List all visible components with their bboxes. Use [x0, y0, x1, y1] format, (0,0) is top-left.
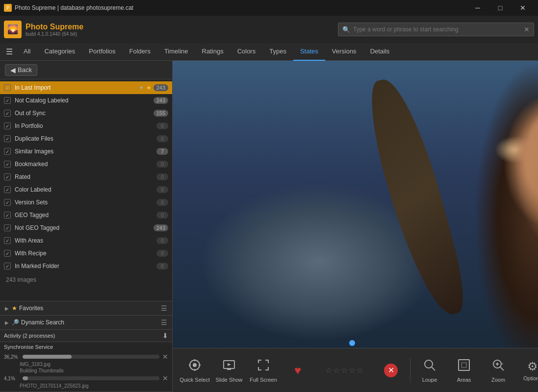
state-checkbox[interactable]: ✓: [4, 173, 11, 180]
state-label: Out of Sync: [15, 110, 154, 117]
star-3-icon[interactable]: ☆: [341, 366, 348, 375]
close-button[interactable]: ✕: [512, 0, 534, 16]
nav-ratings[interactable]: Ratings: [195, 43, 231, 61]
nav-colors[interactable]: Colors: [231, 43, 263, 61]
state-item-with-areas[interactable]: ✓ With Areas 0: [0, 234, 172, 247]
photo-placeholder: [173, 61, 538, 348]
state-checkbox[interactable]: ✓: [4, 212, 11, 219]
quick-select-icon: [188, 358, 202, 375]
state-checkbox[interactable]: ✓: [4, 263, 11, 270]
nav-portfolios[interactable]: Portfolios: [82, 43, 122, 61]
state-item-duplicate-files[interactable]: ✓ Duplicate Files 0: [0, 132, 172, 145]
back-arrow-icon: ◀: [10, 66, 16, 74]
search-input[interactable]: [353, 26, 524, 33]
state-checkbox[interactable]: ✓: [4, 122, 11, 129]
reject-button[interactable]: ✕: [374, 351, 408, 390]
favorites-menu-icon[interactable]: ☰: [161, 304, 167, 312]
state-checkbox[interactable]: ✓: [4, 199, 11, 206]
app-icon: P: [4, 4, 12, 12]
search-clear-icon[interactable]: ✕: [524, 25, 530, 33]
menu-button[interactable]: ☰: [2, 47, 17, 56]
state-item-in-last-import[interactable]: ✓ In Last Import ▼ ★ 243: [0, 81, 172, 94]
loupe-indicator: [349, 340, 355, 346]
download-icon[interactable]: ⬇: [162, 332, 168, 340]
nav-states[interactable]: States: [293, 43, 325, 61]
state-label: GEO Tagged: [15, 212, 156, 219]
state-item-rated[interactable]: ✓ Rated 0: [0, 171, 172, 183]
progress-fill-1: [23, 355, 72, 359]
state-checkbox[interactable]: ✓: [4, 84, 11, 91]
star-2-icon[interactable]: ☆: [333, 366, 340, 375]
state-item-geo-tagged[interactable]: ✓ GEO Tagged 0: [0, 209, 172, 221]
svg-point-1: [193, 363, 197, 367]
state-checkbox[interactable]: ✓: [4, 186, 11, 193]
dynamic-search-section[interactable]: ▶ 🔎 Dynamic Search ☰: [0, 316, 172, 330]
state-item-version-sets[interactable]: ✓ Version Sets 0: [0, 196, 172, 209]
dynamic-search-menu-icon[interactable]: ☰: [161, 318, 167, 326]
slide-show-label: Slide Show: [215, 377, 242, 383]
zoom-button[interactable]: + Zoom: [481, 351, 515, 390]
progress-track-2: [23, 376, 159, 380]
nav-details[interactable]: Details: [363, 43, 397, 61]
state-checkbox[interactable]: ✓: [4, 135, 11, 142]
star-5-icon[interactable]: ☆: [357, 366, 363, 375]
state-item-out-of-sync[interactable]: ✓ Out of Sync 155: [0, 107, 172, 120]
maximize-button[interactable]: □: [489, 0, 512, 16]
state-item-in-portfolio[interactable]: ✓ In Portfolio 0: [0, 120, 172, 132]
search-bar[interactable]: 🔍 ✕: [338, 23, 534, 36]
state-checkbox[interactable]: ✓: [4, 250, 11, 257]
titlebar-controls: ─ □ ✕: [466, 0, 534, 16]
state-badge: 243: [154, 224, 168, 231]
state-label: Color Labeled: [15, 186, 156, 193]
heart-icon: ♥: [294, 364, 301, 377]
state-checkbox[interactable]: ✓: [4, 148, 11, 155]
back-button[interactable]: ◀ Back: [5, 64, 37, 76]
svg-marker-7: [228, 363, 231, 366]
state-item-bookmarked[interactable]: ✓ Bookmarked 0: [0, 158, 172, 171]
options-label: Options: [523, 375, 538, 381]
star-1-icon[interactable]: ☆: [325, 366, 332, 375]
nav-versions[interactable]: Versions: [325, 43, 363, 61]
state-checkbox[interactable]: ✓: [4, 224, 11, 231]
reject-icon: ✕: [384, 364, 398, 377]
progress-cancel-1-icon[interactable]: ✕: [162, 353, 168, 361]
quick-select-button[interactable]: Quick Select: [178, 351, 212, 390]
state-item-not-catalog-labeled[interactable]: ✓ Not Catalog Labeled 243: [0, 94, 172, 107]
state-item-color-labeled[interactable]: ✓ Color Labeled 0: [0, 183, 172, 196]
state-badge: 243: [154, 84, 168, 91]
svg-line-16: [500, 367, 504, 370]
slide-show-button[interactable]: Slide Show: [212, 351, 246, 390]
state-checkbox[interactable]: ✓: [4, 161, 11, 168]
loupe-icon: [423, 358, 436, 375]
nav-categories[interactable]: Categories: [37, 43, 82, 61]
heart-button[interactable]: ♥: [281, 351, 315, 390]
nav-timeline[interactable]: Timeline: [157, 43, 195, 61]
titlebar-left: P Photo Supreme | database photosupreme.…: [4, 4, 133, 12]
progress-cancel-2-icon[interactable]: ✕: [162, 374, 168, 382]
minimize-button[interactable]: ─: [466, 0, 489, 16]
nav-types[interactable]: Types: [262, 43, 293, 61]
svg-rect-12: [461, 363, 466, 368]
favorites-section[interactable]: ▶ ★ Favorites ☰: [0, 301, 172, 316]
state-badge: 243: [154, 97, 168, 104]
state-checkbox[interactable]: ✓: [4, 237, 11, 244]
full-screen-button[interactable]: Full Screen: [246, 351, 281, 390]
state-item-with-recipe[interactable]: ✓ With Recipe 0: [0, 247, 172, 260]
portrait-background: [173, 61, 538, 348]
nav-folders[interactable]: Folders: [123, 43, 157, 61]
state-checkbox[interactable]: ✓: [4, 97, 11, 104]
options-button[interactable]: ⚙ Options: [515, 351, 538, 390]
state-item-in-marked-folder[interactable]: ✓ In Marked Folder 0: [0, 260, 172, 272]
nav-all[interactable]: All: [17, 43, 37, 61]
state-label: With Areas: [15, 237, 156, 244]
star-4-icon[interactable]: ☆: [349, 366, 356, 375]
star-rating-button[interactable]: ☆ ☆ ☆ ☆ ☆: [315, 351, 374, 390]
areas-button[interactable]: Areas: [447, 351, 481, 390]
state-item-not-geo-tagged[interactable]: ✓ Not GEO Tagged 243: [0, 221, 172, 234]
state-checkbox[interactable]: ✓: [4, 110, 11, 117]
state-badge: 0: [156, 135, 168, 142]
loupe-button[interactable]: Loupe: [412, 351, 447, 390]
state-item-similar-images[interactable]: ✓ Similar Images 7: [0, 145, 172, 158]
favorites-label: Favorites: [19, 305, 161, 312]
progress-fill-2: [23, 376, 28, 380]
